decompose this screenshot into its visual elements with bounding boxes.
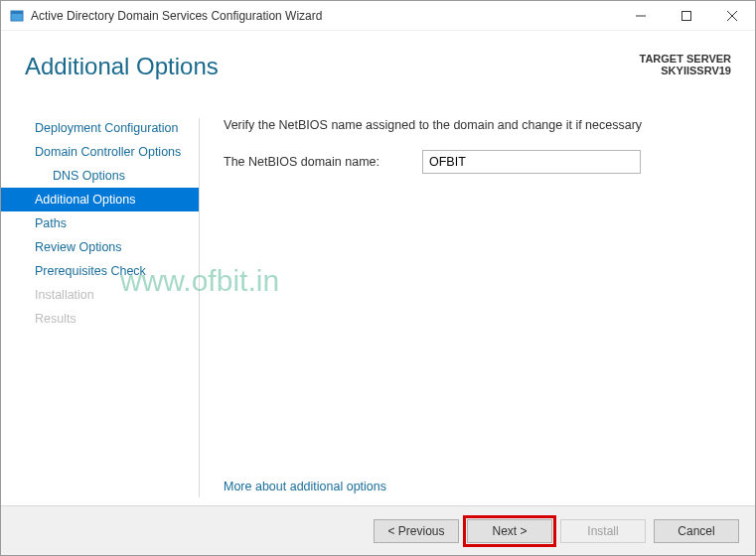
close-button[interactable]: [709, 1, 755, 30]
wizard-steps-sidebar: Deployment Configuration Domain Controll…: [1, 110, 200, 505]
page-header: Additional Options TARGET SERVER SKYIISS…: [1, 31, 755, 90]
step-review-options[interactable]: Review Options: [1, 235, 200, 259]
svg-rect-1: [11, 11, 23, 14]
window-buttons: [618, 1, 755, 30]
instruction-text: Verify the NetBIOS name assigned to the …: [224, 118, 731, 132]
netbios-input[interactable]: [422, 150, 641, 174]
previous-button[interactable]: < Previous: [374, 519, 459, 543]
content-area: Additional Options TARGET SERVER SKYIISS…: [1, 31, 755, 555]
step-results: Results: [1, 307, 200, 331]
titlebar: Active Directory Domain Services Configu…: [1, 1, 755, 31]
install-button: Install: [560, 519, 646, 543]
step-prerequisites-check[interactable]: Prerequisites Check: [1, 259, 200, 283]
step-deployment-configuration[interactable]: Deployment Configuration: [1, 116, 200, 140]
window-title: Active Directory Domain Services Configu…: [31, 9, 618, 23]
target-server-name: SKYIISSRV19: [640, 65, 732, 76]
step-paths[interactable]: Paths: [1, 211, 200, 235]
more-about-link[interactable]: More about additional options: [224, 480, 386, 493]
svg-rect-3: [682, 11, 691, 20]
target-server-block: TARGET SERVER SKYIISSRV19: [640, 53, 732, 76]
minimize-button[interactable]: [618, 1, 664, 30]
page-title: Additional Options: [25, 53, 219, 80]
step-installation: Installation: [1, 283, 200, 307]
step-domain-controller-options[interactable]: Domain Controller Options: [1, 140, 200, 164]
wizard-footer: < Previous Next > Install Cancel: [1, 505, 755, 555]
netbios-label: The NetBIOS domain name:: [224, 155, 422, 169]
step-dns-options[interactable]: DNS Options: [1, 164, 200, 188]
app-icon: [9, 8, 25, 24]
next-button[interactable]: Next >: [467, 519, 552, 543]
target-server-label: TARGET SERVER: [640, 53, 732, 65]
step-additional-options[interactable]: Additional Options: [1, 188, 200, 211]
maximize-button[interactable]: [664, 1, 709, 30]
netbios-row: The NetBIOS domain name:: [224, 150, 731, 174]
wizard-window: Active Directory Domain Services Configu…: [0, 0, 756, 556]
main-area: Deployment Configuration Domain Controll…: [1, 110, 755, 505]
cancel-button[interactable]: Cancel: [654, 519, 739, 543]
options-pane: Verify the NetBIOS name assigned to the …: [200, 110, 755, 505]
